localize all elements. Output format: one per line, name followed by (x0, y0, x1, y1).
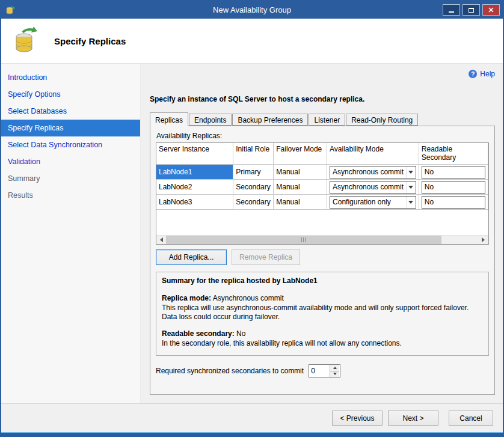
spin-up-icon (333, 365, 337, 369)
close-icon (488, 7, 494, 13)
tab-replicas[interactable]: Replicas (150, 112, 188, 126)
replica-mode-value: Asynchronous commit (213, 294, 284, 302)
help-link[interactable]: ? Help (150, 69, 495, 79)
instruction-text: Specify an instance of SQL Server to hos… (150, 95, 495, 103)
window-controls (443, 4, 500, 16)
wizard-body: Introduction Specify Options Select Data… (1, 64, 503, 403)
wizard-window: New Availability Group Specify Replicas (0, 0, 504, 437)
cell-server-instance[interactable]: LabNode1 (156, 165, 233, 180)
app-icon (5, 5, 15, 15)
sidebar-item-validation[interactable]: Validation (1, 153, 140, 170)
minimize-button[interactable] (443, 4, 460, 16)
grid-buttons: Add Replica... Remove Replica (156, 249, 489, 265)
cell-availability-mode: Configuration only (327, 195, 419, 210)
minimize-icon (449, 11, 454, 13)
chevron-down-icon (406, 167, 416, 178)
required-secondaries-label: Required synchronized secondaries to com… (156, 367, 304, 375)
spin-down-button[interactable] (330, 371, 339, 377)
readable-secondary-description: In the secondary role, this availability… (162, 339, 483, 348)
chevron-down-icon (406, 182, 416, 193)
next-button[interactable]: Next > (388, 411, 438, 426)
availability-mode-value: Asynchronous commit (330, 183, 406, 191)
readable-secondary-value: No (422, 198, 485, 206)
availability-group-icon (12, 26, 42, 56)
replica-mode-label: Replica mode: (162, 294, 211, 302)
sidebar-item-select-data-sync[interactable]: Select Data Synchronization (1, 136, 140, 153)
readable-secondary-summary-value: No (236, 329, 245, 338)
summary-title: Summary for the replica hosted by LabNod… (162, 277, 483, 286)
availability-mode-value: Asynchronous commit (330, 168, 406, 176)
readable-secondary-label: Readable secondary: (162, 329, 235, 338)
col-availability-mode[interactable]: Availability Mode (327, 143, 419, 165)
sidebar-item-specify-replicas[interactable]: Specify Replicas (1, 120, 140, 136)
readable-secondary-value: No (422, 183, 485, 191)
col-server-instance[interactable]: Server Instance (156, 143, 233, 165)
replica-summary-box: Summary for the replica hosted by LabNod… (156, 272, 489, 356)
page-title: Specify Replicas (54, 36, 126, 46)
cell-failover-mode[interactable]: Manual (274, 195, 327, 210)
table-row: LabNode1 Primary Manual Asynchronous com… (156, 165, 488, 180)
remove-replica-button: Remove Replica (232, 249, 300, 265)
cell-initial-role[interactable]: Secondary (233, 195, 274, 210)
sidebar-item-summary: Summary (1, 170, 140, 187)
horizontal-scrollbar (156, 235, 488, 244)
cell-availability-mode: Asynchronous commit (327, 180, 419, 195)
replicas-grid: Server Instance Initial Role Failover Mo… (156, 142, 489, 245)
tab-backup-preferences[interactable]: Backup Preferences (232, 114, 308, 126)
scroll-right-icon[interactable] (479, 236, 488, 244)
availability-mode-dropdown[interactable]: Configuration only (330, 196, 416, 209)
cell-availability-mode: Asynchronous commit (327, 165, 419, 180)
required-secondaries-input[interactable] (309, 365, 330, 377)
cancel-button[interactable]: Cancel (449, 411, 493, 426)
cell-initial-role[interactable]: Primary (233, 165, 274, 180)
col-readable-secondary[interactable]: Readable Secondary (419, 143, 488, 165)
cell-readable-secondary: No (419, 180, 488, 195)
scrollbar-grip-icon (301, 237, 306, 242)
tab-read-only-routing[interactable]: Read-Only Routing (346, 114, 418, 126)
wizard-header: Specify Replicas (1, 19, 503, 64)
window-title: New Availability Group (1, 5, 503, 14)
scrollbar-thumb[interactable] (166, 236, 441, 244)
chevron-down-icon (406, 197, 416, 208)
replica-mode-description: This replica will use asynchronous-commi… (162, 304, 483, 322)
cell-failover-mode[interactable]: Manual (274, 180, 327, 195)
readable-secondary-dropdown[interactable]: No (422, 196, 485, 209)
col-initial-role[interactable]: Initial Role (233, 143, 274, 165)
previous-button[interactable]: < Previous (332, 411, 383, 426)
cell-server-instance[interactable]: LabNode3 (156, 195, 233, 210)
availability-mode-dropdown[interactable]: Asynchronous commit (330, 166, 416, 179)
readable-secondary-dropdown[interactable]: No (422, 166, 485, 179)
readable-secondary-value: No (422, 168, 485, 176)
sidebar-item-results: Results (1, 187, 140, 204)
tab-listener[interactable]: Listener (309, 114, 345, 126)
help-label: Help (480, 70, 495, 78)
scroll-left-icon[interactable] (156, 236, 166, 244)
help-icon: ? (469, 70, 477, 78)
maximize-icon (469, 8, 474, 13)
table-header-row: Server Instance Initial Role Failover Mo… (156, 143, 488, 165)
scrollbar-track[interactable] (166, 236, 479, 244)
close-button[interactable] (482, 4, 500, 16)
cell-readable-secondary: No (419, 195, 488, 210)
sidebar-item-introduction[interactable]: Introduction (1, 69, 140, 86)
add-replica-button[interactable]: Add Replica... (156, 249, 227, 265)
maximize-button[interactable] (463, 4, 480, 16)
cell-initial-role[interactable]: Secondary (233, 180, 274, 195)
tab-endpoints[interactable]: Endpoints (189, 114, 232, 126)
spin-up-button[interactable] (330, 365, 339, 371)
readable-secondary-dropdown[interactable]: No (422, 181, 485, 194)
required-secondaries-row: Required synchronized secondaries to com… (156, 364, 489, 377)
sidebar-item-select-databases[interactable]: Select Databases (1, 103, 140, 120)
cell-failover-mode[interactable]: Manual (274, 165, 327, 180)
availability-mode-dropdown[interactable]: Asynchronous commit (330, 181, 416, 194)
replicas-tab-panel: Availability Replicas: Server Instance I… (150, 126, 495, 395)
cell-server-instance[interactable]: LabNode2 (156, 180, 233, 195)
main-content: ? Help Specify an instance of SQL Server… (141, 64, 503, 403)
table-row: LabNode3 Secondary Manual Configuration … (156, 195, 488, 210)
cell-readable-secondary: No (419, 165, 488, 180)
titlebar[interactable]: New Availability Group (1, 1, 503, 19)
spinner-buttons (330, 365, 339, 377)
sidebar-item-specify-options[interactable]: Specify Options (1, 86, 140, 103)
wizard-footer: < Previous Next > Cancel (1, 403, 503, 432)
col-failover-mode[interactable]: Failover Mode (274, 143, 327, 165)
